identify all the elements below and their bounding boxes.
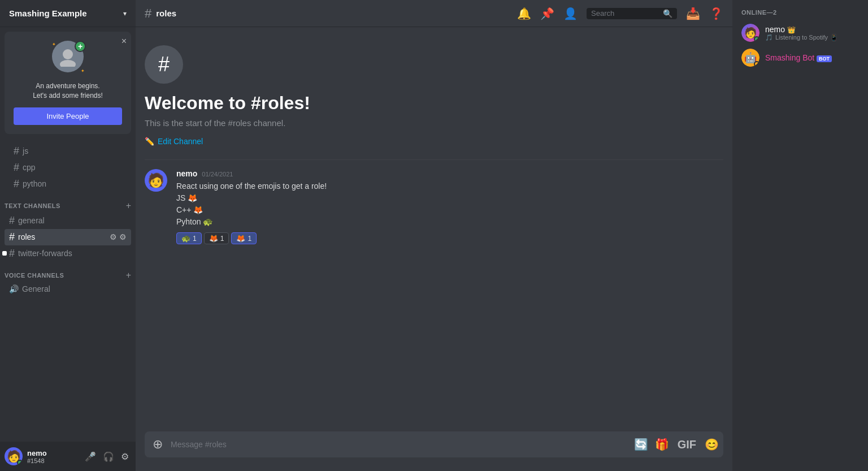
members-button[interactable]: 👤 <box>563 7 578 20</box>
nemo-crown-icon: 👑 <box>787 26 796 34</box>
channel-item-python[interactable]: # python <box>9 176 127 192</box>
hash-icon-js: # <box>14 145 19 157</box>
nemo-name-label: nemo <box>765 25 785 34</box>
fox-count-2: 1 <box>248 235 251 243</box>
mute-button[interactable]: 🎤 <box>83 449 98 464</box>
add-text-channel-button[interactable]: + <box>126 201 131 210</box>
message-avatar: 🧑 <box>145 169 167 192</box>
message-line-2: JS 🦊 <box>176 192 723 204</box>
messages-area[interactable]: # Welcome to #roles! This is the start o… <box>136 27 732 431</box>
emoji-button[interactable]: 😊 <box>705 438 719 451</box>
person-add-icon[interactable]: ⚙ <box>110 232 117 241</box>
message-input-actions: 🔄 🎁 GIF 😊 <box>634 438 719 451</box>
edit-channel-label: Edit Channel <box>158 137 203 146</box>
member-avatar-smashing-bot: 🤖 <box>741 49 760 67</box>
welcome-title: Welcome to #roles! <box>145 93 723 114</box>
message-line-1: React using one of the emojis to get a r… <box>176 180 723 192</box>
channel-name-roles: roles <box>18 232 35 241</box>
attach-button[interactable]: ⊕ <box>149 431 166 457</box>
edit-channel-button[interactable]: ✏️ Edit Channel <box>145 137 203 146</box>
voice-channel-name-general: General <box>22 284 50 293</box>
message-input-box: ⊕ 🔄 🎁 GIF 😊 <box>145 431 723 457</box>
sparkle-icon-2: ✦ <box>81 68 85 74</box>
spotify-icon: 🎵 <box>765 34 773 41</box>
channel-icons-roles: ⚙ ⚙ <box>110 232 127 241</box>
message-input[interactable] <box>171 433 630 456</box>
member-item-smashing-bot[interactable]: 🤖 Smashing Bot BOT <box>737 45 863 70</box>
message-text: React using one of the emojis to get a r… <box>176 180 723 228</box>
user-discriminator: #1548 <box>27 457 78 464</box>
text-channels-section-header[interactable]: TEXT CHANNELS + <box>0 192 136 213</box>
turtle-emoji: 🐢 <box>181 234 190 243</box>
server-header[interactable]: Smashing Example ▾ <box>0 0 136 27</box>
add-voice-channel-button[interactable]: + <box>126 271 131 280</box>
inbox-button[interactable]: 📥 <box>686 7 700 20</box>
channel-name-python: python <box>23 179 46 188</box>
member-info-smashing-bot: Smashing Bot BOT <box>765 53 859 62</box>
unread-dot-twitter <box>2 251 7 256</box>
bot-badge: BOT <box>817 55 832 62</box>
fox-emoji-2: 🦊 <box>236 234 245 243</box>
pin-button[interactable]: 📌 <box>540 7 554 20</box>
channel-item-cpp[interactable]: # cpp <box>9 159 127 176</box>
message-timestamp: 01/24/2021 <box>202 171 233 178</box>
invite-card: × + ✦ ✦ An adventure begins. Let's add s… <box>5 32 131 134</box>
gif-button[interactable]: GIF <box>676 438 698 451</box>
topbar-hash-icon: # <box>145 6 151 21</box>
invite-card-avatar-wrapper: + ✦ ✦ <box>50 41 86 77</box>
search-input[interactable] <box>591 9 658 18</box>
svg-point-0 <box>63 49 73 59</box>
channel-name-twitter-forwards: twitter-forwards <box>18 249 72 258</box>
channel-item-js[interactable]: # js <box>9 143 127 159</box>
hash-icon-twitter: # <box>9 248 15 260</box>
member-item-nemo[interactable]: 🧑 nemo 👑 🎵 Listening to Spotify 📱 <box>737 20 863 45</box>
invite-people-button[interactable]: Invite People <box>14 107 122 125</box>
turtle-count: 1 <box>193 235 197 243</box>
help-button[interactable]: ❓ <box>709 7 723 20</box>
message-header: nemo 01/24/2021 <box>176 169 723 178</box>
hash-icon-general: # <box>9 215 15 227</box>
message-line-4: Pyhton 🐢 <box>176 216 723 228</box>
server-chevron-icon: ▾ <box>123 10 127 18</box>
text-channels-label: TEXT CHANNELS <box>5 202 60 209</box>
member-avatar-nemo: 🧑 <box>741 24 760 42</box>
message-author: nemo <box>176 169 197 178</box>
svg-point-1 <box>60 60 76 67</box>
channel-item-voice-general[interactable]: 🔊 General <box>5 282 131 296</box>
settings-button[interactable]: ⚙ <box>119 449 131 464</box>
fox-emoji-1: 🦊 <box>209 234 218 243</box>
emoji-reactions: 🐢 1 🦊 1 🦊 1 <box>176 232 723 244</box>
channel-name-general: general <box>18 216 45 225</box>
topbar-actions: 🔔 📌 👤 🔍 📥 ❓ <box>517 7 723 20</box>
channel-item-roles[interactable]: # roles ⚙ ⚙ <box>5 229 131 245</box>
voice-channels-section-header[interactable]: VOICE CHANNELS + <box>0 262 136 282</box>
notifications-button[interactable]: 🔔 <box>517 7 531 20</box>
message-line-3: C++ 🦊 <box>176 204 723 216</box>
welcome-hash-icon: # <box>145 45 183 84</box>
invite-card-text: An adventure begins. Let's add some frie… <box>14 81 122 101</box>
search-icon: 🔍 <box>663 9 672 18</box>
speaker-icon: 🔊 <box>9 284 19 293</box>
channel-item-twitter-forwards[interactable]: # twitter-forwards <box>5 245 131 262</box>
search-bar[interactable]: 🔍 <box>587 8 677 19</box>
user-area: 🧑 nemo #1548 🎤 🎧 ⚙ <box>0 442 136 471</box>
reaction-fox-2[interactable]: 🦊 1 <box>231 232 257 244</box>
channel-item-general[interactable]: # general <box>5 213 131 229</box>
user-info: nemo #1548 <box>27 449 78 464</box>
fox-count-1: 1 <box>220 235 224 243</box>
settings-icon[interactable]: ⚙ <box>119 232 127 241</box>
user-avatar: 🧑 <box>5 447 23 465</box>
online-section-title: ONLINE—2 <box>737 9 863 16</box>
deafen-button[interactable]: 🎧 <box>101 449 116 464</box>
invite-card-close-button[interactable]: × <box>121 36 127 46</box>
server-title: Smashing Example <box>9 8 87 18</box>
main-content: # roles 🔔 📌 👤 🔍 📥 ❓ # Welcome to #roles!… <box>136 0 732 471</box>
hash-icon-roles: # <box>9 231 15 243</box>
welcome-description: This is the start of the #roles channel. <box>145 118 723 128</box>
sparkle-icon-1: ✦ <box>52 42 56 47</box>
gift-button[interactable]: 🎁 <box>655 438 669 451</box>
refresh-button[interactable]: 🔄 <box>634 438 648 451</box>
reaction-fox-1[interactable]: 🦊 1 <box>204 232 229 244</box>
pinned-channels: # js # cpp # python <box>0 143 136 192</box>
reaction-turtle[interactable]: 🐢 1 <box>176 232 202 244</box>
